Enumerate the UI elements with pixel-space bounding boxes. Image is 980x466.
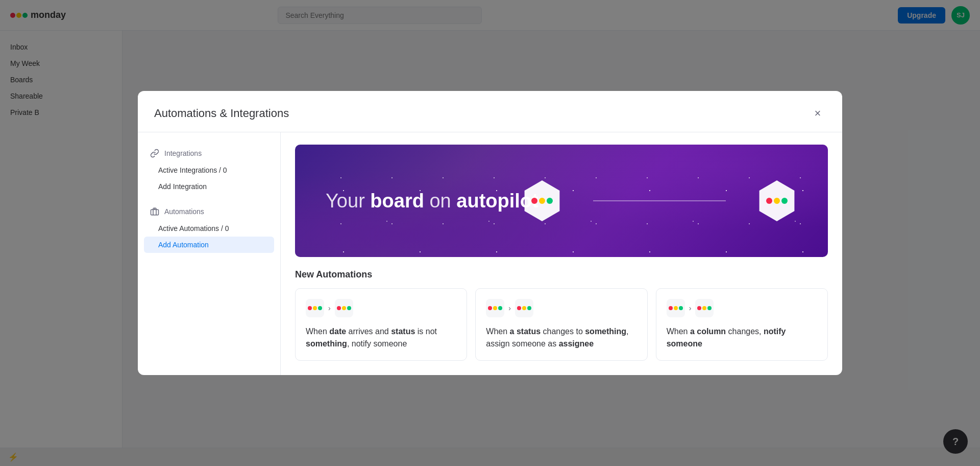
mini-dot-r5: [669, 306, 673, 310]
hex-dot-yellow: [539, 198, 545, 204]
automation-cards-grid: › When date arrives and status is not so…: [281, 288, 842, 375]
card-icon-action-2: [515, 299, 533, 317]
card-text-bold2-1: status: [391, 327, 415, 336]
card-arrow-3: ›: [689, 304, 692, 312]
banner-bold-board: board: [370, 190, 424, 212]
mini-dots-2a: [488, 306, 502, 310]
modal-title: Automations & Integrations: [154, 107, 289, 120]
card-icon-trigger-3: [667, 299, 685, 317]
mini-dot-g4: [527, 306, 531, 310]
banner-text-before: Your: [326, 190, 370, 212]
card-icon-trigger-2: [486, 299, 504, 317]
card-arrow-1: ›: [328, 304, 331, 312]
modal-close-button[interactable]: ×: [810, 105, 826, 122]
mini-dot-r6: [697, 306, 701, 310]
card-text-mid1-1: arrives and: [346, 327, 391, 336]
hex-dots-left: [531, 198, 553, 204]
hex-dot-green: [547, 198, 553, 204]
automations-section-header: Automations: [138, 203, 280, 220]
card-text-bold3-1: something: [306, 339, 347, 348]
mini-dot-y2: [342, 306, 346, 310]
card-text-prefix-2: When: [486, 327, 509, 336]
card-arrow-2: ›: [508, 304, 511, 312]
mini-dot-g6: [707, 306, 712, 310]
card-icons-3: ›: [667, 299, 817, 317]
automations-icon: [150, 207, 159, 216]
modal-header: Automations & Integrations ×: [138, 91, 842, 132]
card-text-mid1-2: changes to: [541, 327, 585, 336]
active-integrations-item[interactable]: Active Integrations / 0: [138, 162, 280, 178]
banner-hex-right: [756, 180, 797, 221]
mini-dot-r3: [488, 306, 492, 310]
card-text-bold3-2: assignee: [559, 339, 594, 348]
integrations-label: Integrations: [164, 149, 202, 157]
mini-dot-r2: [337, 306, 341, 310]
active-automations-item[interactable]: Active Automations / 0: [138, 220, 280, 237]
mini-dot-r4: [517, 306, 521, 310]
card-text-2: When a status changes to something, assi…: [486, 325, 636, 350]
banner-icons: [522, 180, 797, 221]
card-icon-trigger-1: [306, 299, 324, 317]
modal-main: Your board on autopilot: [281, 132, 842, 375]
card-icons-1: ›: [306, 299, 456, 317]
mini-dot-y5: [674, 306, 678, 310]
hex-dot-yellow2: [774, 198, 780, 204]
card-text-prefix-3: When: [667, 327, 690, 336]
automation-card-2[interactable]: › When a status changes to something, as…: [475, 288, 647, 361]
mini-dot-y6: [702, 306, 706, 310]
card-icon-action-3: [695, 299, 714, 317]
mini-dots-1b: [337, 306, 351, 310]
hex-dot-green2: [781, 198, 788, 204]
card-text-bold1-3: a column: [690, 327, 726, 336]
mini-dots-2b: [517, 306, 531, 310]
automation-card-1[interactable]: › When date arrives and status is not so…: [295, 288, 467, 361]
card-text-suffix-1: , notify someone: [347, 339, 407, 348]
modal-body: Integrations Active Integrations / 0 Add…: [138, 132, 842, 375]
card-text-mid2-1: is not: [415, 327, 437, 336]
modal-sidebar: Integrations Active Integrations / 0 Add…: [138, 132, 281, 375]
mini-dot-g: [318, 306, 322, 310]
card-text-mid1-3: changes,: [726, 327, 764, 336]
card-icons-2: ›: [486, 299, 636, 317]
mini-dots-3b: [697, 306, 712, 310]
card-text-bold2-2: something: [585, 327, 626, 336]
mini-dot-y4: [522, 306, 526, 310]
mini-dot-r: [308, 306, 312, 310]
hex-dot-red: [531, 198, 537, 204]
mini-dot-y3: [493, 306, 497, 310]
banner-hex-left: [522, 180, 562, 221]
card-text-bold1-1: date: [329, 327, 346, 336]
automation-card-3[interactable]: › When a column changes, notify someone: [656, 288, 828, 361]
add-automation-item[interactable]: Add Automation: [144, 237, 274, 253]
mini-dot-g3: [498, 306, 502, 310]
svg-rect-0: [151, 209, 159, 215]
mini-dots-3a: [669, 306, 683, 310]
autopilot-banner: Your board on autopilot: [295, 145, 828, 257]
card-text-prefix-1: When: [306, 327, 329, 336]
card-icon-action-1: [335, 299, 353, 317]
add-integration-item[interactable]: Add Integration: [138, 178, 280, 195]
card-text-3: When a column changes, notify someone: [667, 325, 817, 350]
mini-dot-g5: [679, 306, 683, 310]
automations-label: Automations: [164, 207, 204, 216]
banner-text-middle: on: [424, 190, 456, 212]
integrations-section-header: Integrations: [138, 145, 280, 162]
card-text-1: When date arrives and status is not some…: [306, 325, 456, 350]
mini-dot-y: [313, 306, 317, 310]
hex-dot-red2: [766, 198, 772, 204]
mini-dot-g2: [347, 306, 351, 310]
new-automations-title: New Automations: [281, 269, 842, 288]
banner-connecting-line: [593, 200, 726, 201]
integrations-icon: [150, 149, 159, 158]
hex-dots-right: [766, 198, 788, 204]
automations-modal: Automations & Integrations × Integration…: [138, 91, 842, 375]
mini-dots-1a: [308, 306, 322, 310]
card-text-bold1-2: a status: [510, 327, 541, 336]
